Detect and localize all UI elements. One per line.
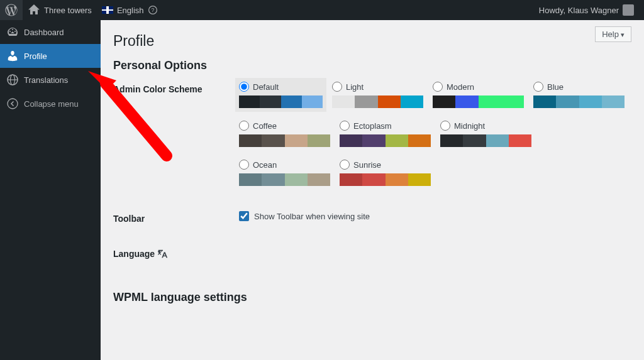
scheme-name: Ectoplasm <box>353 121 392 131</box>
collapse-icon <box>6 97 19 110</box>
scheme-swatches <box>433 95 524 108</box>
content-area: Help Profile Personal Options Admin Colo… <box>101 20 644 360</box>
sidebar-item-label: Dashboard <box>24 28 64 37</box>
site-name-menu[interactable]: Three towers <box>23 0 97 20</box>
scheme-swatches <box>239 134 330 147</box>
sidebar-item-label: Translations <box>24 75 68 85</box>
scheme-name: Light <box>346 82 364 92</box>
avatar-icon <box>623 4 634 16</box>
label-language: Language <box>113 246 239 259</box>
admin-toolbar: Three towers English ? Howdy, Klaus Wagn… <box>0 0 644 20</box>
scheme-swatches <box>440 134 531 147</box>
scheme-label[interactable]: Modern <box>433 82 524 92</box>
scheme-radio[interactable] <box>332 82 342 92</box>
color-schemes-grid: DefaultLightModernBlueCoffeeEctoplasmMid… <box>239 82 631 186</box>
section-heading-wpml: WPML language settings <box>113 291 631 304</box>
color-scheme-option[interactable]: Midnight <box>440 121 531 147</box>
scheme-name: Blue <box>547 82 564 92</box>
row-color-scheme: Admin Color Scheme DefaultLightModernBlu… <box>113 82 631 186</box>
language-label: English <box>117 6 144 15</box>
scheme-swatches <box>533 95 625 108</box>
scheme-name: Modern <box>447 82 474 92</box>
toolbar-checkbox[interactable] <box>239 211 249 221</box>
row-language: Language <box>113 246 631 259</box>
scheme-radio[interactable] <box>340 121 350 131</box>
scheme-swatches <box>332 95 423 108</box>
toolbar-checkbox-text: Show Toolbar when viewing site <box>254 212 370 221</box>
scheme-name: Coffee <box>253 121 277 131</box>
row-toolbar: Toolbar Show Toolbar when viewing site <box>113 211 631 224</box>
page-title: Profile <box>113 33 631 50</box>
scheme-label[interactable]: Sunrise <box>340 160 431 170</box>
admin-sidebar: Dashboard Profile Translations Collapse … <box>0 20 101 360</box>
account-menu[interactable]: Howdy, Klaus Wagner <box>534 0 639 20</box>
color-scheme-option[interactable]: Default <box>235 78 326 112</box>
sidebar-item-dashboard[interactable]: Dashboard <box>0 20 101 44</box>
scheme-radio[interactable] <box>533 82 543 92</box>
scheme-label[interactable]: Default <box>239 82 323 92</box>
svg-point-5 <box>8 99 18 109</box>
color-scheme-option[interactable]: Coffee <box>239 121 330 147</box>
adminbar-left: Three towers English ? <box>0 0 163 20</box>
sidebar-item-label: Profile <box>24 52 47 61</box>
translation-icon <box>157 248 169 259</box>
language-menu[interactable]: English ? <box>97 0 163 20</box>
scheme-label[interactable]: Ectoplasm <box>340 121 431 131</box>
color-scheme-option[interactable]: Ocean <box>239 160 330 186</box>
color-scheme-option[interactable]: Light <box>332 82 423 108</box>
collapse-menu[interactable]: Collapse menu <box>0 92 101 116</box>
sidebar-item-profile[interactable]: Profile <box>0 44 101 68</box>
label-color-scheme: Admin Color Scheme <box>113 82 239 94</box>
scheme-label[interactable]: Coffee <box>239 121 330 131</box>
translation-icon <box>6 74 19 86</box>
scheme-radio[interactable] <box>433 82 443 92</box>
scheme-radio[interactable] <box>239 82 249 92</box>
user-icon <box>6 50 19 62</box>
help-circle-icon: ? <box>148 5 158 15</box>
label-toolbar: Toolbar <box>113 211 239 224</box>
color-scheme-option[interactable]: Ectoplasm <box>340 121 431 147</box>
scheme-radio[interactable] <box>239 121 249 131</box>
color-scheme-option[interactable]: Sunrise <box>340 160 431 186</box>
scheme-name: Default <box>253 82 279 92</box>
adminbar-right: Howdy, Klaus Wagner <box>534 0 639 20</box>
scheme-label[interactable]: Midnight <box>440 121 531 131</box>
scheme-label[interactable]: Ocean <box>239 160 330 170</box>
site-name-label: Three towers <box>44 6 92 15</box>
scheme-name: Ocean <box>253 160 277 170</box>
svg-text:?: ? <box>151 7 154 13</box>
scheme-radio[interactable] <box>239 160 249 170</box>
scheme-radio[interactable] <box>340 160 350 170</box>
scheme-swatches <box>239 173 330 186</box>
scheme-swatches <box>239 95 323 108</box>
flag-uk-icon <box>102 6 113 14</box>
color-scheme-option[interactable]: Blue <box>533 82 625 108</box>
scheme-swatches <box>340 134 431 147</box>
wordpress-logo-icon <box>5 4 18 16</box>
scheme-radio[interactable] <box>440 121 450 131</box>
help-button[interactable]: Help <box>595 26 631 42</box>
home-icon <box>28 4 40 16</box>
section-heading-personal: Personal Options <box>113 59 631 72</box>
scheme-name: Sunrise <box>353 160 381 170</box>
scheme-label[interactable]: Blue <box>533 82 625 92</box>
collapse-label: Collapse menu <box>24 99 79 109</box>
scheme-label[interactable]: Light <box>332 82 423 92</box>
howdy-label: Howdy, Klaus Wagner <box>539 6 619 15</box>
wordpress-logo-menu[interactable] <box>0 0 23 20</box>
dashboard-icon <box>6 26 19 38</box>
scheme-swatches <box>340 173 431 186</box>
color-scheme-option[interactable]: Modern <box>433 82 524 108</box>
toolbar-checkbox-label[interactable]: Show Toolbar when viewing site <box>239 211 631 221</box>
sidebar-item-translations[interactable]: Translations <box>0 68 101 92</box>
scheme-name: Midnight <box>454 121 485 131</box>
